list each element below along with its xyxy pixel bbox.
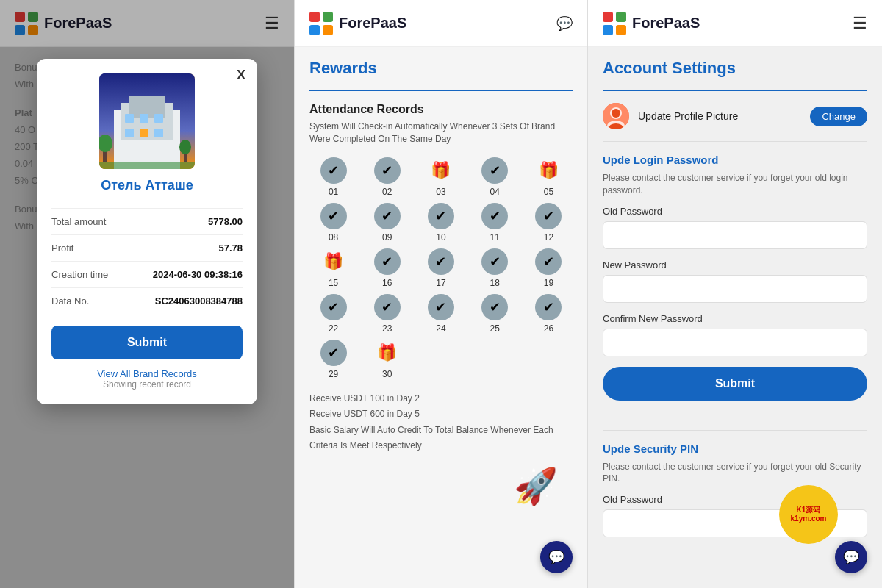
cal-icon-16: ✔ — [374, 248, 401, 275]
right-hamburger[interactable]: ☰ — [853, 14, 867, 33]
cal-day-11: ✔ 11 — [471, 203, 519, 243]
cal-day-05: 🎁 05 — [525, 157, 573, 197]
cal-icon-01: ✔ — [320, 157, 347, 184]
total-label: Total amount — [51, 216, 106, 227]
cal-icon-09: ✔ — [374, 203, 401, 229]
svg-rect-8 — [125, 114, 134, 123]
cal-icon-15: 🎁 — [320, 248, 347, 275]
cal-day-18: ✔ 18 — [471, 248, 519, 288]
hotel-image — [99, 74, 195, 169]
old-password-input[interactable] — [603, 221, 867, 249]
total-value: 5778.00 — [208, 216, 243, 227]
cal-day-19: ✔ 19 — [525, 248, 573, 288]
cal-icon-05: 🎁 — [535, 157, 562, 184]
confirm-password-label: Confirm New Password — [603, 313, 867, 324]
cal-icon-17: ✔ — [428, 248, 454, 275]
cal-day-09: ✔ 09 — [363, 203, 411, 243]
modal-dialog: X — [37, 59, 257, 404]
profile-picture-label: Update Profile Picture — [638, 110, 801, 122]
svg-rect-21 — [309, 25, 320, 35]
cal-day-10: ✔ 10 — [417, 203, 465, 243]
right-body: Account Settings Update Profile Picture … — [588, 47, 882, 588]
right-chat-button[interactable]: 💬 — [835, 541, 867, 573]
cal-icon-29: ✔ — [320, 340, 347, 366]
cal-day-23: ✔ 23 — [363, 294, 411, 334]
rewards-info: Receive USDT 100 in Day 2 Receive USDT 6… — [309, 391, 573, 454]
cal-icon-19: ✔ — [535, 248, 562, 275]
right-logo-icon — [603, 12, 626, 35]
new-password-input[interactable] — [603, 275, 867, 303]
reward-line-2: Receive USDT 600 in Day 5 — [309, 406, 573, 423]
modal-overlay: X — [0, 0, 294, 588]
svg-rect-20 — [323, 12, 333, 22]
view-records-sub: Showing recent record — [51, 379, 243, 390]
modal-total-row: Total amount 5778.00 — [51, 208, 243, 234]
view-records-link[interactable]: View All Brand Records Showing recent re… — [51, 368, 243, 390]
modal-creation-row: Creation time 2024-06-30 09:38:16 — [51, 261, 243, 287]
profit-value: 57.78 — [218, 243, 243, 254]
right-logo-text: ForePaaS — [632, 15, 700, 32]
right-panel: ForePaaS ☰ Account Settings Update Profi… — [588, 0, 882, 588]
middle-logo: ForePaaS — [309, 12, 406, 35]
security-pin-title: Upde Security PIN — [603, 442, 867, 455]
left-panel: ForePaaS ☰ Bonus Deposit Eligible With P… — [0, 0, 294, 588]
cal-icon-23: ✔ — [374, 294, 401, 320]
svg-rect-24 — [616, 12, 626, 22]
svg-rect-23 — [603, 12, 613, 22]
attendance-title: Attendance Records — [309, 103, 573, 116]
change-profile-button[interactable]: Change — [810, 107, 867, 126]
middle-header: ForePaaS 💬 — [295, 0, 587, 47]
confirm-password-input[interactable] — [603, 329, 867, 356]
middle-body: Rewards Attendance Records System Will C… — [295, 47, 587, 588]
cal-day-30: 🎁 30 — [363, 340, 411, 379]
profit-label: Profit — [51, 243, 74, 254]
modal-close-button[interactable]: X — [237, 68, 245, 83]
account-settings-title: Account Settings — [603, 59, 867, 78]
right-header: ForePaaS ☰ — [588, 0, 882, 47]
svg-rect-19 — [309, 12, 320, 22]
svg-point-30 — [612, 109, 620, 118]
svg-rect-26 — [616, 25, 626, 35]
svg-rect-25 — [603, 25, 613, 35]
login-password-section: Upde Login Password Please contact the c… — [603, 154, 867, 415]
svg-point-18 — [179, 140, 191, 154]
cal-icon-12: ✔ — [535, 203, 562, 229]
modal-profit-row: Profit 57.78 — [51, 234, 243, 261]
watermark: K1源码k1ym.com — [779, 485, 838, 544]
watermark-text: K1源码k1ym.com — [791, 506, 827, 523]
cal-icon-03: 🎁 — [428, 157, 454, 184]
cal-icon-30: 🎁 — [374, 340, 401, 366]
cal-icon-10: ✔ — [428, 203, 454, 229]
rocket-area: 🚀 — [309, 466, 573, 507]
svg-rect-12 — [140, 129, 148, 137]
middle-chat-button[interactable]: 💬 — [540, 541, 573, 573]
cal-day-17: ✔ 17 — [417, 248, 465, 288]
modal-submit-button[interactable]: Submit — [51, 326, 243, 359]
cal-day-29: ✔ 29 — [309, 340, 357, 379]
cal-day-03: 🎁 03 — [417, 157, 465, 197]
hotel-name: Отель Атташе — [51, 178, 243, 193]
cal-day-12: ✔ 12 — [525, 203, 573, 243]
rewards-title: Rewards — [309, 59, 573, 78]
cal-icon-26: ✔ — [535, 294, 562, 320]
cal-icon-08: ✔ — [320, 203, 347, 229]
cal-day-01: ✔ 01 — [309, 157, 357, 197]
svg-rect-13 — [154, 129, 163, 137]
right-logo: ForePaaS — [603, 12, 700, 35]
cal-day-04: ✔ 04 — [471, 157, 519, 197]
old-password-label: Old Password — [603, 206, 867, 217]
cal-icon-24: ✔ — [428, 294, 454, 320]
cal-icon-11: ✔ — [481, 203, 508, 229]
cal-day-16: ✔ 16 — [363, 248, 411, 288]
new-password-label: New Password — [603, 259, 867, 270]
cal-day-25: ✔ 25 — [471, 294, 519, 334]
svg-rect-10 — [154, 114, 163, 123]
attendance-desc: System Will Check-in Automatically Whene… — [309, 121, 573, 146]
profile-avatar — [603, 103, 629, 129]
cal-icon-25: ✔ — [481, 294, 508, 320]
middle-panel: ForePaaS 💬 Rewards Attendance Records Sy… — [294, 0, 588, 588]
middle-hamburger[interactable]: 💬 — [556, 15, 573, 32]
creation-value: 2024-06-30 09:38:16 — [153, 269, 243, 280]
password-submit-button[interactable]: Submit — [603, 367, 867, 401]
svg-rect-22 — [323, 25, 333, 35]
